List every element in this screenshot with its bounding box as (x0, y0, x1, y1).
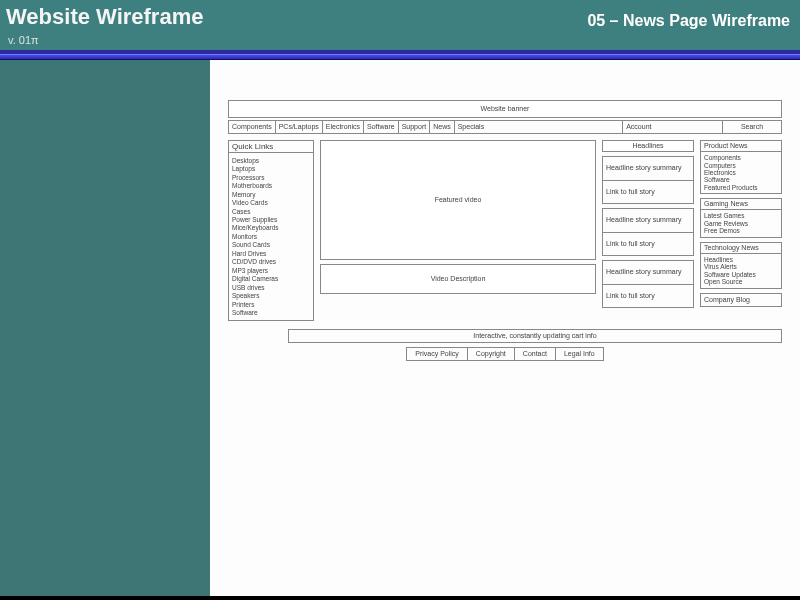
tn-headlines[interactable]: Headlines (704, 256, 778, 263)
company-blog[interactable]: Company Blog (700, 293, 782, 307)
pn-components[interactable]: Components (704, 154, 778, 161)
video-description-label: Video Description (431, 275, 486, 283)
tech-news-title: Technology News (700, 242, 782, 253)
tn-virus[interactable]: Virus Alerts (704, 263, 778, 270)
tn-open-source[interactable]: Open Source (704, 278, 778, 285)
footer-contact[interactable]: Contact (514, 347, 555, 361)
footer-legal[interactable]: Legal Info (555, 347, 604, 361)
tech-news-body: Headlines Virus Alerts Software Updates … (700, 253, 782, 289)
nav-support[interactable]: Support (398, 120, 430, 134)
pn-featured[interactable]: Featured Products (704, 184, 778, 191)
nav-pcs-laptops[interactable]: PCs/Laptops (275, 120, 322, 134)
story-3: Headline story summary Link to full stor… (602, 260, 694, 308)
col-quick-links: Quick Links Desktops Laptops Processors … (228, 140, 314, 321)
ql-printers[interactable]: Printers (232, 300, 310, 308)
footer-row: Privacy Policy Copyright Contact Legal I… (228, 347, 782, 361)
nav-news[interactable]: News (429, 120, 454, 134)
ql-memory[interactable]: Memory (232, 190, 310, 198)
tn-updates[interactable]: Software Updates (704, 271, 778, 278)
headlines-header: Headlines (602, 140, 694, 152)
quick-links-title: Quick Links (228, 140, 314, 152)
product-news-body: Components Computers Electronics Softwar… (700, 151, 782, 194)
col-headlines: Headlines Headline story summary Link to… (602, 140, 694, 321)
nav-specials[interactable]: Specials (454, 120, 487, 134)
featured-video: Featured video (320, 140, 596, 260)
columns: Quick Links Desktops Laptops Processors … (228, 140, 782, 321)
story-1-summary: Headline story summary (602, 156, 694, 180)
ql-laptops[interactable]: Laptops (232, 165, 310, 173)
gn-reviews[interactable]: Game Reviews (704, 220, 778, 227)
website-banner-label: Website banner (481, 105, 530, 113)
story-1-link[interactable]: Link to full story (602, 180, 694, 204)
ql-cameras[interactable]: Digital Cameras (232, 275, 310, 283)
story-2: Headline story summary Link to full stor… (602, 208, 694, 256)
ql-mp3[interactable]: MP3 players (232, 266, 310, 274)
nav-account[interactable]: Account (622, 120, 654, 134)
ql-usb[interactable]: USB drives (232, 283, 310, 291)
cart-info-bar: Interactive, constantly updating cart in… (288, 329, 782, 343)
section-gaming-news: Gaming News Latest Games Game Reviews Fr… (700, 198, 782, 237)
footer-copyright[interactable]: Copyright (467, 347, 514, 361)
ql-mice-keyboards[interactable]: Mice/Keyboards (232, 224, 310, 232)
slide-title: Website Wireframe (6, 4, 203, 30)
ql-power-supplies[interactable]: Power Supplies (232, 215, 310, 223)
col-sections: Product News Components Computers Electr… (700, 140, 782, 321)
nav-spacer (487, 120, 622, 134)
slide-body: Website banner Components PCs/Laptops El… (0, 60, 800, 596)
nav-electronics[interactable]: Electronics (322, 120, 363, 134)
featured-video-label: Featured video (435, 196, 482, 204)
gaming-news-title: Gaming News (700, 198, 782, 209)
nav-spacer-2 (654, 120, 722, 134)
cart-info-label: Interactive, constantly updating cart in… (473, 332, 596, 340)
col-middle: Featured video Video Description (320, 140, 596, 321)
story-2-summary: Headline story summary (602, 208, 694, 232)
ql-software[interactable]: Software (232, 309, 310, 317)
nav-components[interactable]: Components (228, 120, 275, 134)
gaming-news-body: Latest Games Game Reviews Free Demos (700, 209, 782, 237)
ql-speakers[interactable]: Speakers (232, 292, 310, 300)
story-1: Headline story summary Link to full stor… (602, 156, 694, 204)
headlines-label: Headlines (632, 142, 663, 150)
side-panel (0, 60, 210, 596)
story-3-summary: Headline story summary (602, 260, 694, 284)
gn-latest[interactable]: Latest Games (704, 212, 778, 219)
pn-software[interactable]: Software (704, 176, 778, 183)
ql-video-cards[interactable]: Video Cards (232, 199, 310, 207)
ql-cases[interactable]: Cases (232, 207, 310, 215)
section-tech-news: Technology News Headlines Virus Alerts S… (700, 242, 782, 289)
slide: Website Wireframe 05 – News Page Wirefra… (0, 0, 800, 600)
slide-page-label: 05 – News Page Wireframe (587, 12, 790, 30)
gn-demos[interactable]: Free Demos (704, 227, 778, 234)
nav-search[interactable]: Search (722, 120, 782, 134)
nav-row: Components PCs/Laptops Electronics Softw… (228, 120, 782, 134)
ql-processors[interactable]: Processors (232, 173, 310, 181)
story-3-link[interactable]: Link to full story (602, 284, 694, 308)
ql-hard-drives[interactable]: Hard Drives (232, 249, 310, 257)
ql-desktops[interactable]: Desktops (232, 156, 310, 164)
slide-header: Website Wireframe 05 – News Page Wirefra… (0, 0, 800, 54)
website-banner: Website banner (228, 100, 782, 118)
footer-privacy[interactable]: Privacy Policy (406, 347, 467, 361)
pn-electronics[interactable]: Electronics (704, 169, 778, 176)
ql-monitors[interactable]: Monitors (232, 232, 310, 240)
pn-computers[interactable]: Computers (704, 162, 778, 169)
quick-links-body: Desktops Laptops Processors Motherboards… (228, 152, 314, 321)
story-2-link[interactable]: Link to full story (602, 232, 694, 256)
wireframe-canvas: Website banner Components PCs/Laptops El… (210, 60, 800, 596)
ql-motherboards[interactable]: Motherboards (232, 182, 310, 190)
video-description: Video Description (320, 264, 596, 294)
product-news-title: Product News (700, 140, 782, 151)
ql-cd-dvd[interactable]: CD/DVD drives (232, 258, 310, 266)
ql-sound-cards[interactable]: Sound Cards (232, 241, 310, 249)
nav-software[interactable]: Software (363, 120, 398, 134)
section-product-news: Product News Components Computers Electr… (700, 140, 782, 194)
slide-version: v. 01π (0, 32, 800, 50)
